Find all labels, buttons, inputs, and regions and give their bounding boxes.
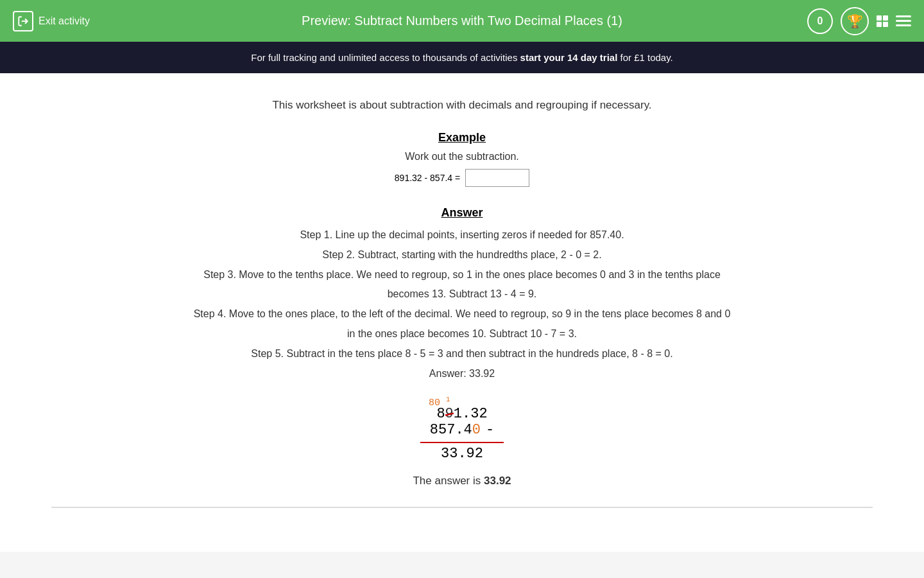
answer-title: Answer — [51, 206, 873, 220]
final-bold: 33.92 — [484, 475, 511, 487]
example-section: Example Work out the subtraction. 891.32… — [51, 131, 873, 187]
equation-text: 891.32 - 857.4 = — [395, 173, 460, 183]
step-5: Step 5. Subtract in the tens place 8 - 5… — [51, 345, 873, 363]
trophy-button[interactable]: 🏆 — [841, 7, 869, 35]
main-content: This worksheet is about subtraction with… — [0, 73, 924, 552]
grid-dot — [877, 15, 882, 21]
result-row: 33.92 — [411, 446, 513, 462]
step-3b: becomes 13. Subtract 13 - 4 = 9. — [51, 285, 873, 304]
final-answer-text: The answer is 33.92 — [51, 475, 873, 487]
exit-icon — [13, 11, 33, 31]
grid-icon[interactable] — [877, 15, 888, 27]
carry-super: 1 — [446, 396, 450, 403]
minus-sign: - — [486, 422, 494, 438]
step-2: Step 2. Subtract, starting with the hund… — [51, 246, 873, 265]
exit-button[interactable]: Exit activity — [13, 11, 90, 31]
trophy-icon: 🏆 — [847, 13, 863, 29]
step-4b: in the ones place becomes 10. Subtract 1… — [51, 325, 873, 344]
grid-dot — [883, 22, 888, 27]
header-title: Preview: Subtract Numbers with Two Decim… — [302, 13, 622, 28]
equation-row: 891.32 - 857.4 = — [51, 169, 873, 187]
banner-text-after: for £1 today. — [617, 52, 672, 63]
final-text-before: The answer is — [413, 475, 484, 487]
digit-3: 3 — [470, 406, 479, 422]
bottom-bar — [51, 507, 873, 526]
example-title: Example — [51, 131, 873, 144]
subtrahend-digits: 857.4 — [430, 422, 472, 438]
instruction-text: Work out the subtraction. — [51, 151, 873, 162]
trial-banner: For full tracking and unlimited access t… — [0, 42, 924, 73]
hamburger-line — [896, 24, 911, 26]
hamburger-line — [896, 15, 911, 17]
digit-9-strikethrough: 9 — [445, 406, 454, 422]
answer-input[interactable] — [465, 169, 529, 187]
grid-dot — [883, 15, 888, 21]
digit-8: 8 — [436, 406, 445, 422]
grid-dot — [877, 22, 882, 27]
digit-1: 1 — [454, 406, 462, 422]
step-4a: Step 4. Move to the ones place, to the l… — [51, 305, 873, 324]
hamburger-menu[interactable] — [896, 15, 911, 26]
exit-label: Exit activity — [38, 15, 90, 27]
answer-section: Answer Step 1. Line up the decimal point… — [51, 206, 873, 487]
step-3a: Step 3. Move to the tenths place. We nee… — [51, 266, 873, 285]
header: Exit activity Preview: Subtract Numbers … — [0, 0, 924, 42]
step-1: Step 1. Line up the decimal points, inse… — [51, 226, 873, 245]
header-right: 0 🏆 — [807, 7, 911, 35]
vertical-calculation: 80 1 8 9 1 . 3 2 857.4 0 - 33.9 — [51, 396, 873, 462]
banner-text-before: For full tracking and unlimited access t… — [251, 52, 520, 63]
answer-steps: Step 1. Line up the decimal points, inse… — [51, 226, 873, 383]
score-badge: 0 — [807, 8, 833, 34]
decimal-point-minuend: . — [462, 406, 470, 422]
result-digits: 33.92 — [441, 446, 483, 462]
digit-2: 2 — [479, 406, 487, 422]
banner-cta[interactable]: start your 14 day trial — [520, 52, 618, 63]
underline — [420, 442, 504, 443]
subtrahend-row: 857.4 0 - — [411, 422, 513, 438]
intro-text: This worksheet is about subtraction with… — [51, 99, 873, 112]
step-answer: Answer: 33.92 — [51, 365, 873, 383]
zero-orange: 0 — [472, 422, 481, 438]
hamburger-line — [896, 20, 911, 22]
minuend-row: 8 9 1 . 3 2 — [411, 406, 513, 422]
